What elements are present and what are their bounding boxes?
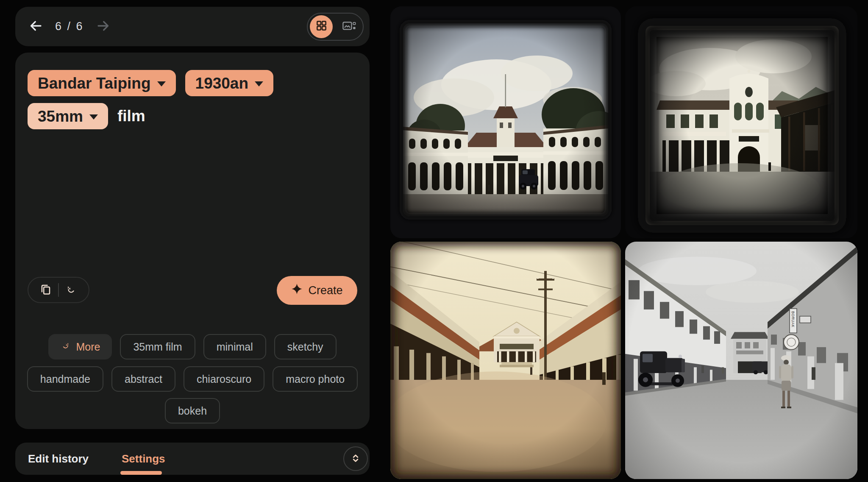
suggestion-row: handmade abstract chiaroscuro macro phot… [15,366,370,392]
reset-prompt-button[interactable] [65,283,78,297]
suggestion-label: bokeh [178,405,207,417]
chevron-down-icon [157,81,166,86]
suggestion-label: 35mm film [133,341,182,353]
back-button[interactable] [28,18,43,35]
arrow-right-icon [96,18,111,35]
prompt-chip-label: Bandar Taiping [38,75,151,91]
tab-label: Edit history [28,452,89,465]
expand-panel-button[interactable] [343,446,368,471]
generated-image-2[interactable] [625,6,857,238]
refresh-icon [60,340,71,354]
sparkle-icon [291,283,303,298]
top-nav-bar: 6 / 6 [15,7,370,46]
divider [58,283,59,297]
suggestion-chip[interactable]: chiaroscuro [184,366,264,392]
prompt-chip-label: 1930an [195,75,249,91]
generated-image-grid: BORUAK [390,6,857,482]
suggestion-chip[interactable]: 35mm film [120,334,195,359]
suggestion-label: sketchy [287,341,323,353]
suggestion-label: handmade [40,373,90,385]
reset-icon [65,283,78,297]
create-button[interactable]: Create [277,276,357,305]
photo-colonial-building-walkway [625,6,857,238]
copy-icon [39,283,52,297]
chevron-down-icon [89,114,98,120]
suggestion-chip[interactable]: abstract [111,366,175,392]
suggestion-row: bokeh [15,398,370,423]
prompt-text-area[interactable]: Bandar Taiping 1930an 35mm film [28,70,324,129]
tab-settings[interactable]: Settings [122,443,165,475]
page-indicator: 6 / 6 [55,20,84,33]
photo-colonial-building-tower [390,6,621,238]
view-mode-toggle [307,13,364,41]
suggestion-label: chiaroscuro [197,373,251,385]
copy-prompt-button[interactable] [39,283,52,297]
arrow-left-icon [28,18,43,35]
generated-image-1[interactable] [390,6,621,238]
single-view-option[interactable] [341,15,358,38]
suggestion-label: minimal [217,341,253,353]
prompt-chip-era[interactable]: 1930an [185,70,274,96]
prompt-chip-lens[interactable]: 35mm [28,103,108,129]
suggestion-chip[interactable]: macro photo [273,366,358,392]
photo-sepia-street [390,242,621,479]
generated-image-3[interactable] [390,242,621,479]
active-tab-indicator [120,471,162,475]
suggestion-chip[interactable]: handmade [27,366,103,392]
unfold-more-icon [350,454,361,464]
prompt-chip-subject[interactable]: Bandar Taiping [28,70,176,96]
prompt-tools [28,277,89,303]
more-label: More [76,341,100,353]
prompt-chip-label: 35mm [38,109,83,124]
generated-image-4[interactable]: BORUAK [625,242,857,479]
prompt-plain-text: film [117,107,145,125]
more-suggestions-button[interactable]: More [48,334,112,359]
tab-label: Settings [122,452,165,465]
suggestion-label: abstract [125,373,162,385]
photo-bw-street: BORUAK [625,242,857,479]
suggestion-chip[interactable]: minimal [203,334,266,359]
forward-button[interactable] [96,18,111,35]
grid-view-option[interactable] [310,15,333,38]
suggestion-chip[interactable]: bokeh [165,398,220,423]
suggestion-chip[interactable]: sketchy [274,334,337,359]
suggestion-label: macro photo [286,373,345,385]
prompt-panel: Bandar Taiping 1930an 35mm film [15,53,370,429]
suggestion-row: More 35mm film minimal sketchy [15,334,370,359]
image-detail-view-icon [342,20,356,33]
chevron-down-icon [255,81,263,86]
footer-bar: Edit history Settings [15,443,370,475]
create-button-label: Create [308,284,342,297]
grid-view-icon [316,20,327,33]
tab-edit-history[interactable]: Edit history [28,443,89,475]
